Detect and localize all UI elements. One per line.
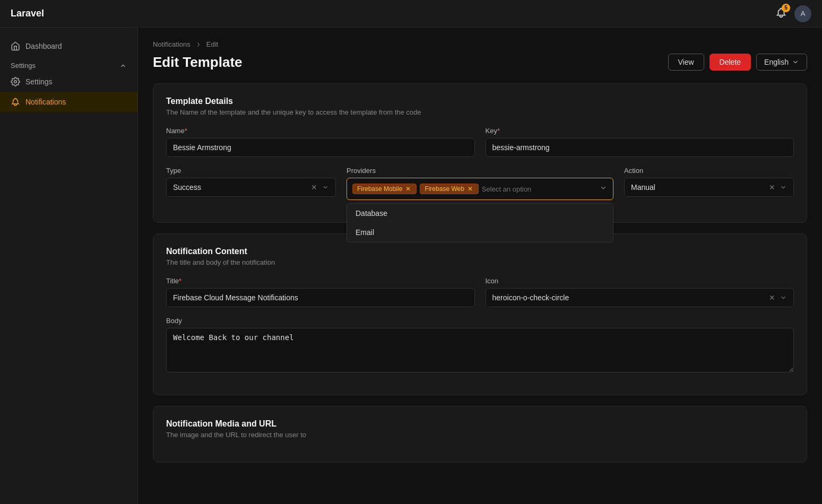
providers-group: Providers Firebase Mobile ✕ Firebase Web… xyxy=(347,167,613,200)
tag-firebase-web: Firebase Web ✕ xyxy=(420,184,478,194)
key-input[interactable] xyxy=(486,138,794,157)
chevron-down-icon xyxy=(792,58,799,66)
body-group: Body Welcome Back to our channel xyxy=(166,317,794,372)
type-group: Type Success ✕ xyxy=(166,167,336,200)
view-button[interactable]: View xyxy=(668,54,704,71)
template-details-card: Template Details The Name of the templat… xyxy=(153,83,807,223)
notification-content-subtitle: The title and body of the notification xyxy=(166,258,794,266)
notification-media-card: Notification Media and URL The image and… xyxy=(153,406,807,463)
page-header: Edit Template View Delete English xyxy=(153,54,807,71)
notification-content-title: Notification Content xyxy=(166,247,794,256)
tag-firebase-web-remove[interactable]: ✕ xyxy=(466,185,474,193)
breadcrumb-current: Edit xyxy=(206,40,218,48)
gear-icon xyxy=(11,77,20,86)
sidebar-item-notifications[interactable]: Notifications xyxy=(0,92,137,112)
brand: Laravel xyxy=(11,8,44,19)
template-details-title: Template Details xyxy=(166,97,794,106)
key-label: Key* xyxy=(486,127,794,135)
icon-value: heroicon-o-check-circle xyxy=(492,293,569,302)
type-clear-button[interactable]: ✕ xyxy=(311,183,317,192)
providers-search-input[interactable] xyxy=(482,185,608,193)
user-avatar[interactable]: A xyxy=(794,5,811,22)
delete-button[interactable]: Delete xyxy=(709,54,751,71)
breadcrumb-parent[interactable]: Notifications xyxy=(153,40,191,48)
notification-bell[interactable]: 5 xyxy=(775,7,787,21)
sidebar: Dashboard Settings Settings Notification… xyxy=(0,28,138,504)
main-content: Notifications Edit Edit Template View De… xyxy=(138,28,822,504)
topnav: Laravel 5 A xyxy=(0,0,822,28)
template-details-subtitle: The Name of the template and the unique … xyxy=(166,108,794,116)
notification-badge: 5 xyxy=(782,4,790,12)
language-selector[interactable]: English xyxy=(756,54,807,71)
breadcrumb: Notifications Edit xyxy=(153,40,807,48)
topnav-right: 5 A xyxy=(775,5,811,22)
type-select[interactable]: Success ✕ xyxy=(166,178,336,197)
action-label: Action xyxy=(624,167,794,175)
action-chevron-icon xyxy=(780,184,787,191)
key-group: Key* xyxy=(486,127,794,157)
home-icon xyxy=(11,41,20,51)
dropdown-item-database[interactable]: Database xyxy=(347,204,613,223)
body-row: Body Welcome Back to our channel xyxy=(166,317,794,372)
action-group: Action Manual ✕ xyxy=(624,167,794,200)
providers-label: Providers xyxy=(347,167,613,175)
settings-item-label: Settings xyxy=(25,77,53,86)
tag-firebase-mobile: Firebase Mobile ✕ xyxy=(352,184,417,194)
layout: Dashboard Settings Settings Notification… xyxy=(0,28,822,504)
settings-section-label: Settings xyxy=(11,62,36,69)
type-providers-action-row: Type Success ✕ Providers xyxy=(166,167,794,200)
icon-label: Icon xyxy=(486,277,794,285)
notifications-item-label: Notifications xyxy=(25,98,66,106)
name-input[interactable] xyxy=(166,138,475,157)
chevron-up-icon xyxy=(119,62,127,69)
dashboard-label: Dashboard xyxy=(25,42,62,50)
icon-clear-button[interactable]: ✕ xyxy=(769,293,775,302)
providers-select[interactable]: Firebase Mobile ✕ Firebase Web ✕ xyxy=(347,178,613,200)
title-group: Title* xyxy=(166,277,475,307)
icon-chevron-icon xyxy=(780,294,787,301)
svg-point-0 xyxy=(14,81,17,83)
action-select[interactable]: Manual ✕ xyxy=(624,178,794,197)
header-actions: View Delete English xyxy=(668,54,807,71)
icon-select[interactable]: heroicon-o-check-circle ✕ xyxy=(486,288,794,307)
name-key-row: Name* Key* xyxy=(166,127,794,157)
type-label: Type xyxy=(166,167,336,175)
notification-media-subtitle: The image and the URL to redirect the us… xyxy=(166,431,794,439)
type-chevron-icon xyxy=(322,184,329,191)
notification-media-title: Notification Media and URL xyxy=(166,419,794,429)
body-textarea[interactable]: Welcome Back to our channel xyxy=(166,328,794,372)
action-clear-button[interactable]: ✕ xyxy=(769,183,775,192)
body-label: Body xyxy=(166,317,794,325)
icon-group: Icon heroicon-o-check-circle ✕ xyxy=(486,277,794,307)
title-icon-row: Title* Icon heroicon-o-check-circle ✕ xyxy=(166,277,794,307)
type-value: Success xyxy=(173,183,201,192)
dropdown-item-email[interactable]: Email xyxy=(347,223,613,242)
providers-chevron-icon xyxy=(599,184,608,192)
notification-content-card: Notification Content The title and body … xyxy=(153,233,807,395)
action-value: Manual xyxy=(631,183,655,192)
bell-sidebar-icon xyxy=(11,97,20,107)
language-label: English xyxy=(764,58,789,66)
tag-firebase-mobile-remove[interactable]: ✕ xyxy=(404,185,412,193)
sidebar-item-settings[interactable]: Settings xyxy=(0,72,137,92)
chevron-right-icon xyxy=(195,41,202,48)
name-group: Name* xyxy=(166,127,475,157)
sidebar-item-dashboard[interactable]: Dashboard xyxy=(0,36,137,56)
providers-dropdown: Database Email xyxy=(347,203,613,242)
page-title: Edit Template xyxy=(153,54,243,71)
title-label: Title* xyxy=(166,277,475,285)
name-label: Name* xyxy=(166,127,475,135)
title-input[interactable] xyxy=(166,288,475,307)
sidebar-settings-section: Settings xyxy=(0,56,137,72)
providers-arrow xyxy=(599,184,608,194)
